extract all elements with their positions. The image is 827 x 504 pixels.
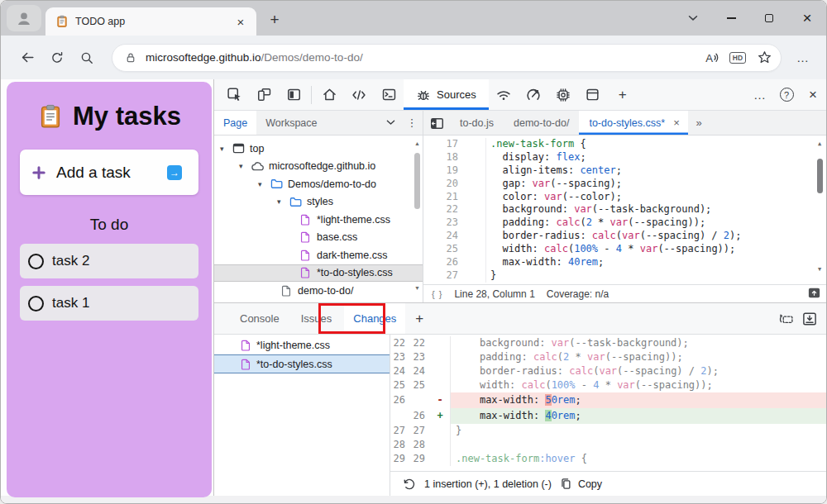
editor-scrollbar[interactable]: ▲ ▼	[815, 140, 825, 279]
task-checkbox-circle[interactable]	[28, 296, 44, 311]
open-sources-panel-button[interactable]	[807, 286, 821, 302]
tree-scrollbar[interactable]: ▲▼	[413, 140, 422, 297]
tab-sources[interactable]: Sources	[404, 79, 489, 110]
editor-tab-demo-to-do[interactable]: demo-to-do/	[504, 111, 579, 135]
search-button[interactable]	[72, 44, 102, 72]
drawer-tab-changes[interactable]: Changes	[344, 303, 405, 334]
expand-arrow-icon[interactable]: ▾	[258, 180, 270, 188]
hide-navigator-button[interactable]	[423, 111, 450, 136]
tree-item-light-theme-css[interactable]: *light-theme.css	[214, 211, 423, 229]
url-text[interactable]: microsoftedge.github.io/Demos/demo-to-do…	[146, 51, 698, 64]
changed-file-light-theme-css[interactable]: *light-theme.css	[214, 335, 390, 354]
profile-button[interactable]	[7, 5, 41, 31]
navigator-tab-workspace[interactable]: Workspace	[256, 111, 326, 135]
tree-item-styles[interactable]: ▾styles	[214, 193, 423, 212]
read-aloud-button[interactable]: A	[698, 45, 724, 70]
customize-devtools-button[interactable]: …	[747, 79, 773, 111]
drawer-tab-issues[interactable]: Issues	[292, 303, 342, 334]
close-tab-icon[interactable]: ×	[668, 115, 685, 131]
more-navigator-tabs-button[interactable]	[380, 111, 401, 135]
network-tab-button[interactable]	[489, 79, 519, 110]
expand-drawer-button[interactable]	[801, 311, 818, 327]
line-number[interactable]: 20	[423, 178, 486, 191]
reload-required-button[interactable]	[778, 311, 795, 327]
code-line[interactable]: 17.new-task-form {	[423, 138, 826, 151]
tree-item-to-do-styles-css[interactable]: *to-do-styles.css	[214, 264, 423, 283]
more-editor-tabs-button[interactable]: »	[688, 111, 710, 135]
scroll-up-icon[interactable]: ▲	[414, 140, 420, 146]
browser-tab-todo-app[interactable]: TODO app ×	[45, 7, 256, 36]
line-number[interactable]: 23	[423, 216, 486, 230]
console-tab-button[interactable]	[374, 79, 404, 110]
submit-task-button[interactable]: →	[167, 165, 182, 180]
scrollbar-thumb[interactable]	[817, 159, 823, 193]
navigator-tab-page[interactable]: Page	[214, 111, 256, 135]
refresh-button[interactable]	[42, 44, 72, 72]
code-line[interactable]: 22 background: var(--task-background);	[423, 203, 826, 216]
tree-item-top[interactable]: ▾top	[214, 140, 423, 158]
navigator-options-button[interactable]: ⋮	[401, 111, 423, 135]
line-number[interactable]: 27	[423, 269, 486, 283]
line-number[interactable]: 18	[423, 151, 486, 164]
line-number[interactable]: 17	[423, 138, 486, 151]
code-line[interactable]: 20 gap: var(--spacing);	[423, 178, 826, 191]
copy-button[interactable]: Copy	[559, 477, 602, 491]
memory-tab-button[interactable]	[548, 79, 578, 110]
help-button[interactable]: ?	[773, 79, 800, 111]
code-line[interactable]: 25 width: calc(100% - 4 * var(--spacing)…	[423, 243, 826, 256]
tree-item-microsoftedge-github-io[interactable]: ▾microsoftedge.github.io	[214, 158, 423, 176]
browser-menu-button[interactable]: …	[788, 44, 818, 72]
welcome-tab-button[interactable]	[314, 79, 344, 110]
line-number[interactable]: 22	[423, 203, 486, 216]
changed-file-to-do-styles-css[interactable]: *to-do-styles.css	[214, 354, 390, 373]
line-number[interactable]: 24	[423, 230, 486, 243]
editor-tab-to-do-styles-css[interactable]: to-do-styles.css*×	[579, 111, 688, 135]
add-task-form[interactable]: Add a task →	[20, 150, 198, 195]
code-line[interactable]: 27}	[423, 269, 826, 283]
scroll-down-icon[interactable]: ▼	[818, 266, 821, 273]
pretty-print-icon[interactable]: { }	[432, 289, 442, 299]
code-line[interactable]: 19 align-items: center;	[423, 164, 826, 178]
line-number[interactable]: 21	[423, 191, 486, 204]
code-line[interactable]: 18 display: flex;	[423, 151, 826, 164]
inspect-element-button[interactable]	[219, 79, 249, 110]
close-window-button[interactable]: ×	[788, 1, 826, 36]
favorite-button[interactable]	[751, 45, 777, 70]
revert-changes-button[interactable]	[402, 477, 417, 492]
new-tab-button[interactable]: +	[263, 8, 286, 31]
tree-item-demo-to-do[interactable]: demo-to-do/	[214, 282, 423, 300]
hd-button[interactable]: HD	[724, 45, 751, 70]
code-line[interactable]: 24 border-radius: calc(var(--spacing) / …	[423, 230, 826, 243]
scrollbar-thumb[interactable]	[414, 153, 420, 209]
tree-item-demos-demo-to-do[interactable]: ▾Demos/demo-to-do	[214, 175, 423, 193]
code-editor-area[interactable]: 17.new-task-form {18 display: flex;19 al…	[423, 136, 826, 284]
back-button[interactable]	[12, 44, 42, 72]
line-number[interactable]: 26	[423, 256, 486, 269]
add-drawer-tab-button[interactable]: +	[409, 303, 430, 334]
focus-mode-button[interactable]	[279, 79, 308, 110]
tree-item-base-css[interactable]: base.css	[214, 229, 423, 247]
code-line[interactable]: 23 padding: calc(2 * var(--spacing));	[423, 216, 826, 230]
scroll-up-icon[interactable]: ▲	[818, 140, 821, 147]
application-tab-button[interactable]	[578, 79, 608, 110]
minimize-button[interactable]	[712, 1, 750, 36]
drawer-tab-console[interactable]: Console	[231, 303, 289, 334]
address-bar[interactable]: microsoftedge.github.io/Demos/demo-to-do…	[112, 44, 782, 72]
tab-close-icon[interactable]: ×	[232, 12, 250, 31]
more-tools-button[interactable]: +	[608, 79, 638, 110]
task-checkbox-circle[interactable]	[28, 254, 44, 269]
expand-arrow-icon[interactable]: ▾	[239, 162, 251, 170]
code-line[interactable]: 21 color: var(--color);	[423, 191, 826, 204]
tree-item-dark-theme-css[interactable]: dark-theme.css	[214, 246, 423, 264]
task-item-task-1[interactable]: task 1	[20, 286, 198, 321]
elements-tab-button[interactable]	[344, 79, 374, 110]
code-line[interactable]: 26 max-width: 40rem;	[423, 256, 826, 269]
add-task-label[interactable]: Add a task	[56, 164, 167, 182]
task-item-task-2[interactable]: task 2	[20, 244, 198, 278]
performance-tab-button[interactable]	[519, 79, 548, 110]
maximize-button[interactable]	[750, 1, 788, 36]
line-number[interactable]: 19	[423, 164, 486, 178]
expand-arrow-icon[interactable]: ▾	[220, 145, 232, 153]
expand-arrow-icon[interactable]: ▾	[277, 197, 289, 206]
close-devtools-button[interactable]: ×	[800, 79, 826, 111]
